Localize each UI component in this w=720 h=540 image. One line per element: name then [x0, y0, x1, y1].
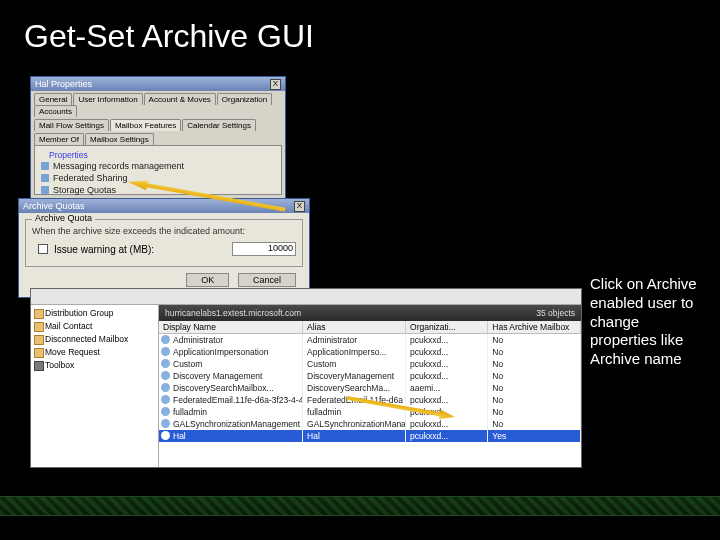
cell-org: pcukxxd...: [406, 370, 488, 382]
tab-organization[interactable]: Organization: [217, 93, 272, 105]
cell-displayname: Discovery Management: [159, 370, 303, 382]
feature-mrm[interactable]: Messaging records management: [39, 160, 277, 172]
ok-button[interactable]: OK: [186, 273, 229, 287]
properties-tabs-row3: Member Of Mailbox Settings: [31, 131, 285, 145]
tab-calendar[interactable]: Calendar Settings: [182, 119, 256, 131]
panel-hint: Properties: [39, 150, 277, 160]
tab-mailbox-features[interactable]: Mailbox Features: [110, 119, 181, 131]
cell-displayname: ApplicationImpersonation: [159, 346, 303, 358]
cell-org: pcukxxd...: [406, 394, 488, 406]
emc-toolbar: [31, 289, 581, 305]
cell-org: pcukxxd...: [406, 334, 488, 346]
decorative-band: [0, 496, 720, 516]
emc-count: 35 objects: [536, 308, 575, 318]
properties-title: Hal Properties: [35, 79, 92, 89]
cell-displayname: FederatedEmail.11fe-d6a-3f23-4-48-9...: [159, 394, 303, 406]
aq-title: Archive Quotas: [23, 201, 85, 211]
cell-archive: Yes: [488, 430, 581, 442]
cell-org: pcukxxd...: [406, 418, 488, 430]
tab-general[interactable]: General: [34, 93, 72, 105]
cell-archive: No: [488, 346, 581, 358]
close-icon[interactable]: X: [270, 79, 281, 90]
cell-alias: Administrator: [303, 334, 406, 346]
feature-fedshare[interactable]: Federated Sharing: [39, 172, 277, 184]
close-icon[interactable]: X: [294, 201, 305, 212]
tab-user-info[interactable]: User Information: [73, 93, 142, 105]
cell-alias: ApplicationImperso...: [303, 346, 406, 358]
cell-alias: GALSynchronizationManagement: [303, 418, 406, 430]
tab-mailflow[interactable]: Mail Flow Settings: [34, 119, 109, 131]
table-row[interactable]: ApplicationImpersonationApplicationImper…: [159, 346, 581, 358]
callout-default: The default quota warning for the Archiv…: [330, 170, 550, 208]
cell-archive: No: [488, 418, 581, 430]
properties-tabs-row2: Mail Flow Settings Mailbox Features Cale…: [31, 117, 285, 131]
emc-tree[interactable]: Distribution Group Mail Contact Disconne…: [31, 305, 159, 467]
emc-columns: Display Name Alias Organizati... Has Arc…: [159, 321, 581, 334]
tree-item[interactable]: Distribution Group: [33, 307, 156, 320]
callout-quota: Select archive quota to change default s…: [318, 108, 528, 146]
table-row[interactable]: GALSynchronizationManagementGALSynchroni…: [159, 418, 581, 430]
col-org[interactable]: Organizati...: [406, 321, 488, 333]
archive-quotas-dialog: Archive Quotas X Archive Quota When the …: [18, 198, 310, 298]
emc-rows: AdministratorAdministratorpcukxxd...NoAp…: [159, 334, 581, 442]
cell-alias: DiscoverySearchMa...: [303, 382, 406, 394]
tree-item[interactable]: Move Request: [33, 346, 156, 359]
tab-mailbox-settings[interactable]: Mailbox Settings: [85, 133, 154, 145]
aq-body: Archive Quota When the archive size exce…: [19, 213, 309, 297]
tree-item-toolbox[interactable]: Toolbox: [33, 359, 156, 372]
cell-displayname: GALSynchronizationManagement: [159, 418, 303, 430]
emc-main: hurricanelabs1.extest.microsoft.com 35 o…: [159, 305, 581, 467]
cell-displayname: Administrator: [159, 334, 303, 346]
cell-archive: No: [488, 394, 581, 406]
emc-window: Distribution Group Mail Contact Disconne…: [30, 288, 582, 468]
table-row[interactable]: fulladminfulladminpcukxxd...No: [159, 406, 581, 418]
col-archive[interactable]: Has Archive Mailbox: [488, 321, 581, 333]
aq-instruction: When the archive size exceeds the indica…: [32, 226, 296, 236]
cell-archive: No: [488, 382, 581, 394]
aq-group: Archive Quota When the archive size exce…: [25, 219, 303, 267]
col-displayname[interactable]: Display Name: [159, 321, 303, 333]
cell-archive: No: [488, 358, 581, 370]
cell-displayname: Custom: [159, 358, 303, 370]
aq-row: Issue warning at (MB): 10000: [32, 242, 296, 256]
cancel-button[interactable]: Cancel: [238, 273, 296, 287]
table-row[interactable]: AdministratorAdministratorpcukxxd...No: [159, 334, 581, 346]
tab-memberof[interactable]: Member Of: [34, 133, 84, 145]
table-row[interactable]: HalHalpcukxxd...Yes: [159, 430, 581, 442]
cell-archive: No: [488, 370, 581, 382]
aq-checkbox-label: Issue warning at (MB):: [54, 244, 154, 255]
cell-archive: No: [488, 406, 581, 418]
aq-checkbox[interactable]: [38, 244, 48, 254]
cell-alias: fulladmin: [303, 406, 406, 418]
cell-alias: Custom: [303, 358, 406, 370]
cell-org: pcukxxd...: [406, 430, 488, 442]
aq-group-label: Archive Quota: [32, 213, 95, 223]
table-row[interactable]: CustomCustompcukxxd...No: [159, 358, 581, 370]
tab-accounts[interactable]: Accounts: [34, 105, 77, 117]
col-alias[interactable]: Alias: [303, 321, 406, 333]
cell-displayname: DiscoverySearchMailbox...: [159, 382, 303, 394]
properties-tabs-row1: General User Information Account & Moves…: [31, 91, 285, 117]
cell-displayname: fulladmin: [159, 406, 303, 418]
page-title: Get-Set Archive GUI: [0, 0, 720, 65]
tree-item[interactable]: Mail Contact: [33, 320, 156, 333]
cell-alias: DiscoveryManagement: [303, 370, 406, 382]
tree-item[interactable]: Disconnected Mailbox: [33, 333, 156, 346]
properties-titlebar: Hal Properties X: [31, 77, 285, 91]
table-row[interactable]: DiscoverySearchMailbox...DiscoverySearch…: [159, 382, 581, 394]
cell-org: pcukxxd...: [406, 358, 488, 370]
tab-account-moves[interactable]: Account & Moves: [144, 93, 216, 105]
emc-scope-bar: hurricanelabs1.extest.microsoft.com 35 o…: [159, 305, 581, 321]
cell-alias: Hal: [303, 430, 406, 442]
cell-org: aaemi...: [406, 382, 488, 394]
cell-archive: No: [488, 334, 581, 346]
callout-user: Click on Archive enabled user to change …: [590, 275, 710, 369]
aq-value-input[interactable]: 10000: [232, 242, 296, 256]
emc-scope: hurricanelabs1.extest.microsoft.com: [165, 308, 301, 318]
cell-displayname: Hal: [159, 430, 303, 442]
table-row[interactable]: Discovery ManagementDiscoveryManagementp…: [159, 370, 581, 382]
cell-org: pcukxxd...: [406, 346, 488, 358]
